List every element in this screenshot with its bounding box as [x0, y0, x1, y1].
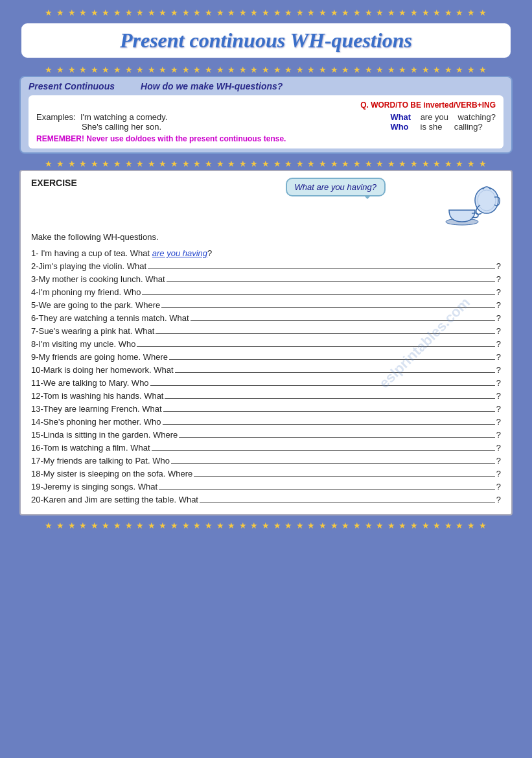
item-text: 5-We are going to the park. Where [31, 300, 160, 310]
question-mark: ? [496, 378, 501, 388]
item-text: 16-Tom is watching a film. What [31, 443, 150, 453]
item-text: 4-I'm phoning my friend. Who [31, 287, 141, 297]
examples-area: Examples: I'm watching a comedy. She's c… [36, 112, 496, 143]
ex-sentence: I'm having a cup of tea. What are you ha… [41, 248, 212, 258]
theory-header: Present Continuous How do we make WH-que… [29, 81, 503, 91]
question-mark: ? [496, 326, 501, 336]
item-text: 19-Jeremy is singing songs. What [31, 482, 157, 492]
exercise-item: 3-My mother is cooking lunch. What? [31, 274, 501, 284]
ex2-be: is she [421, 122, 443, 132]
theory-header1: Present Continuous [29, 81, 115, 91]
question-mark: ? [496, 287, 501, 297]
blank-line [142, 294, 494, 295]
blank-line [179, 437, 495, 438]
question-mark: ? [496, 482, 501, 492]
question-mark: ? [496, 443, 501, 453]
remember-line: REMEMBER! Never use do/does with the pre… [36, 134, 286, 143]
speech-bubble: What are you having? [286, 178, 386, 196]
question-mark: ? [496, 339, 501, 349]
ex1-be: are you [421, 112, 448, 122]
blank-line [194, 476, 494, 477]
item-text: 14-She's phoning her mother. Who [31, 417, 161, 427]
page-title: Present continuous WH-questions [120, 29, 412, 52]
exercise-item: 2-Jim's playing the violin. What? [31, 261, 501, 271]
exercise-item: 5-We are going to the park. Where? [31, 300, 501, 310]
item-text: 9-My friends are going home. Where [31, 352, 168, 362]
question-mark: ? [496, 495, 501, 504]
exercise-item: 7-Sue's wearing a pink hat. What? [31, 326, 501, 336]
teapot-svg [443, 178, 501, 230]
item-text: 17-My friends are talking to Pat. Who [31, 456, 170, 466]
exercise-item: 8-I'm visiting my uncle. Who? [31, 339, 501, 349]
question-mark: ? [496, 456, 501, 466]
exercise-item: 4-I'm phoning my friend. Who? [31, 287, 501, 297]
blank-line [163, 411, 495, 412]
title-box: Present continuous WH-questions [19, 21, 513, 60]
example2-label: She's calling her son. [36, 122, 286, 132]
ex-wh: What [130, 248, 150, 258]
blank-line [148, 268, 495, 269]
exercise-area: eslprintables.com EXERCISE What are you … [19, 170, 513, 515]
instruction-text: Make the following WH-questions. [31, 232, 501, 242]
blank-line [165, 398, 494, 399]
item-text: 11-We are talking to Mary. Who [31, 378, 149, 388]
exercise-label: EXERCISE [31, 178, 77, 188]
exercise-item: 12-Tom is washing his hands. What? [31, 391, 501, 401]
ex2-verb: calling? [454, 122, 483, 132]
ex1-verb: watching? [457, 112, 496, 122]
example2-answer: Who is she calling? [390, 122, 496, 132]
example1-sentence: I'm watching a comedy. [80, 112, 167, 122]
theory-header2: How do we make WH-questions? [141, 81, 283, 91]
question-mark: ? [496, 352, 501, 362]
blank-line [150, 385, 495, 386]
exercise-item: 19-Jeremy is singing songs. What? [31, 482, 501, 492]
ex-answer: are you having [152, 248, 207, 258]
item-text: 6-They are watching a tennis match. What [31, 313, 189, 323]
question-mark: ? [496, 469, 501, 479]
blank-line [163, 424, 495, 425]
blank-line [159, 489, 495, 490]
examples-left: Examples: I'm watching a comedy. She's c… [36, 112, 286, 143]
question-mark: ? [496, 365, 501, 375]
blank-line [200, 502, 495, 503]
exercise-item: 18-My sister is sleeping on the sofa. Wh… [31, 469, 501, 479]
example2-sentence: She's calling her son. [82, 122, 161, 132]
question-mark: ? [496, 274, 501, 284]
question-mark: ? [496, 404, 501, 414]
formula: Q. WORD/TO BE inverted/VERB+ING [36, 101, 496, 110]
exercise-header-row: EXERCISE What are you having? [31, 178, 501, 230]
item-text: 15-Linda is sitting in the garden. Where [31, 430, 178, 440]
exercise-item: 15-Linda is sitting in the garden. Where… [31, 430, 501, 440]
question-mark: ? [496, 261, 501, 271]
exercise-item: 9-My friends are going home. Where? [31, 352, 501, 362]
blank-line [161, 307, 495, 308]
top-star-row: ★ ★ ★ ★ ★ ★ ★ ★ ★ ★ ★ ★ ★ ★ ★ ★ ★ ★ ★ ★ … [6, 8, 526, 18]
exercise-item: 11-We are talking to Mary. Who? [31, 378, 501, 388]
exercise-item: 6-They are watching a tennis match. What… [31, 313, 501, 323]
item-text: 7-Sue's wearing a pink hat. What [31, 326, 154, 336]
item-text: 8-I'm visiting my uncle. Who [31, 339, 135, 349]
example-item: 1- I'm having a cup of tea. What are you… [31, 248, 501, 258]
blank-line [156, 333, 494, 334]
question-mark: ? [496, 313, 501, 323]
item-text: 20-Karen and Jim are setting the table. … [31, 495, 198, 504]
example1-label: Examples: I'm watching a comedy. [36, 112, 286, 122]
exercise-items-container: 2-Jim's playing the violin. What?3-My mo… [31, 261, 501, 504]
item-text: 12-Tom is washing his hands. What [31, 391, 163, 401]
teapot-image [443, 178, 501, 230]
item-text: 13-They are learning French. What [31, 404, 162, 414]
exercise-item: 17-My friends are talking to Pat. Who? [31, 456, 501, 466]
bottom-star-row: ★ ★ ★ ★ ★ ★ ★ ★ ★ ★ ★ ★ ★ ★ ★ ★ ★ ★ ★ ★ … [6, 521, 526, 530]
theory-box: Present Continuous How do we make WH-que… [19, 76, 513, 154]
exercise-item: 13-They are learning French. What? [31, 404, 501, 414]
exercise-item: 10-Mark is doing her homework. What? [31, 365, 501, 375]
theory-inner: Q. WORD/TO BE inverted/VERB+ING Examples… [29, 95, 503, 148]
blank-line [152, 450, 495, 451]
page: ★ ★ ★ ★ ★ ★ ★ ★ ★ ★ ★ ★ ★ ★ ★ ★ ★ ★ ★ ★ … [0, 0, 532, 758]
item-text: 3-My mother is cooking lunch. What [31, 274, 165, 284]
ex2-wh: Who [390, 122, 408, 132]
item-text: 18-My sister is sleeping on the sofa. Wh… [31, 469, 192, 479]
blank-line [167, 281, 495, 282]
star-row-2: ★ ★ ★ ★ ★ ★ ★ ★ ★ ★ ★ ★ ★ ★ ★ ★ ★ ★ ★ ★ … [6, 65, 526, 75]
blank-line [171, 463, 495, 464]
